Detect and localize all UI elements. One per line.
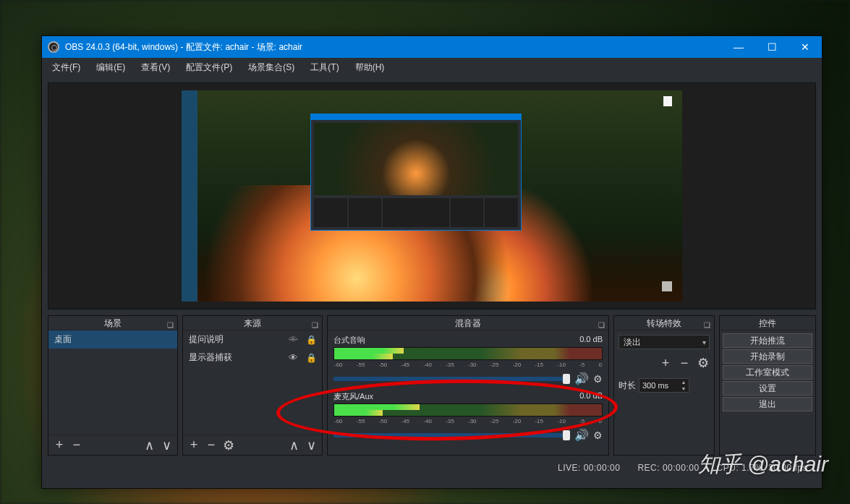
volume-slider[interactable] xyxy=(333,433,570,437)
docks-row: 场景 ❏ 桌面 + − ∧ ∨ 来源 ❏ 提问说明 xyxy=(42,315,822,460)
mixer-panel-title: 混音器 ❏ xyxy=(328,316,608,330)
menu-edit[interactable]: 编辑(E) xyxy=(89,59,132,76)
mixer-channel-db: 0.0 dB xyxy=(579,391,603,402)
transition-select[interactable]: 淡出 ▾ xyxy=(619,335,710,349)
scenes-panel: 场景 ❏ 桌面 + − ∧ ∨ xyxy=(48,315,178,456)
slider-thumb[interactable] xyxy=(563,374,570,384)
tick-label: -30 xyxy=(468,418,477,425)
tick-label: -20 xyxy=(513,362,522,369)
transition-add-button[interactable]: + xyxy=(659,356,672,371)
recursive-obs-window xyxy=(310,114,522,231)
settings-button[interactable]: 设置 xyxy=(723,381,812,396)
tick-label: -40 xyxy=(423,418,432,425)
source-properties-button[interactable]: ⚙ xyxy=(222,437,235,453)
studio-mode-button[interactable]: 工作室模式 xyxy=(723,365,812,380)
close-button[interactable]: ✕ xyxy=(789,36,822,58)
window-title: OBS 24.0.3 (64-bit, windows) - 配置文件: ach… xyxy=(65,41,722,54)
scene-add-button[interactable]: + xyxy=(53,437,66,453)
tick-label: -45 xyxy=(401,362,409,369)
visibility-toggle-icon[interactable]: 👁 xyxy=(289,334,302,345)
status-rec: REC: 00:00:00 xyxy=(637,463,699,473)
duration-spinbox[interactable]: 300 ms ▲ ▼ xyxy=(639,378,689,393)
slider-thumb[interactable] xyxy=(563,430,570,440)
volume-slider[interactable] xyxy=(333,377,570,381)
menu-help[interactable]: 帮助(H) xyxy=(348,59,392,76)
menu-scene-collection[interactable]: 场景集合(S) xyxy=(241,59,302,76)
source-remove-button[interactable]: − xyxy=(205,437,218,453)
exit-button[interactable]: 退出 xyxy=(723,397,812,411)
lock-icon[interactable]: 🔒 xyxy=(306,353,316,363)
source-movedown-button[interactable]: ∨ xyxy=(305,437,318,453)
menu-tools[interactable]: 工具(T) xyxy=(303,59,346,76)
obs-window: OBS 24.0.3 (64-bit, windows) - 配置文件: ach… xyxy=(41,35,823,489)
source-item[interactable]: 提问说明 👁 🔒 xyxy=(183,330,322,349)
transition-properties-button[interactable]: ⚙ xyxy=(697,355,710,371)
controls-panel-title: 控件 xyxy=(720,316,815,330)
source-label: 显示器捕获 xyxy=(189,351,284,364)
maximize-button[interactable]: ☐ xyxy=(755,36,789,58)
duration-value: 300 ms xyxy=(642,381,668,390)
gear-icon[interactable]: ⚙ xyxy=(593,430,603,441)
tick-label: -25 xyxy=(490,418,499,425)
tick-label: -60 xyxy=(334,418,343,425)
meter-scale: -60-55-50-45-40-35-30-25-20-15-10-50 xyxy=(333,418,603,425)
start-streaming-button[interactable]: 开始推流 xyxy=(723,333,812,348)
mixer-channel: 麦克风/Aux 0.0 dB -60-55-50-45-40-35-30-25-… xyxy=(328,387,608,443)
start-recording-button[interactable]: 开始录制 xyxy=(723,349,812,364)
preview-canvas[interactable] xyxy=(48,82,816,309)
tick-label: -35 xyxy=(446,418,454,425)
source-add-button[interactable]: + xyxy=(187,437,200,453)
titlebar[interactable]: OBS 24.0.3 (64-bit, windows) - 配置文件: ach… xyxy=(42,36,822,58)
audio-meter xyxy=(333,347,603,360)
mixer-undock-icon[interactable]: ❏ xyxy=(597,318,605,327)
mixer-panel: 混音器 ❏ 台式音响 0.0 dB -60-55-50-45-40-35-30-… xyxy=(327,315,609,456)
minimize-button[interactable]: — xyxy=(722,36,755,58)
captured-recycle-bin-icon xyxy=(662,281,672,291)
tick-label: -35 xyxy=(446,362,454,369)
obs-app-icon xyxy=(48,41,59,53)
tick-label: -5 xyxy=(579,362,585,369)
scenes-undock-icon[interactable]: ❏ xyxy=(166,318,174,327)
mixer-channel-db: 0.0 dB xyxy=(579,335,603,346)
preview-content xyxy=(182,90,682,302)
scene-item[interactable]: 桌面 xyxy=(48,330,177,349)
speaker-icon[interactable]: 🔊 xyxy=(574,372,589,385)
scene-movedown-button[interactable]: ∨ xyxy=(160,437,173,453)
tick-label: 0 xyxy=(599,362,602,369)
sources-panel: 来源 ❏ 提问说明 👁 🔒 显示器捕获 👁 🔒 + − ⚙ xyxy=(182,315,323,456)
sources-panel-title: 来源 ❏ xyxy=(183,316,322,330)
scene-remove-button[interactable]: − xyxy=(70,437,83,453)
lock-icon[interactable]: 🔒 xyxy=(306,335,316,345)
mixer-channel-name: 台式音响 xyxy=(333,335,365,346)
tick-label: -60 xyxy=(334,362,343,369)
spin-down-icon[interactable]: ▼ xyxy=(679,385,689,392)
speaker-icon[interactable]: 🔊 xyxy=(574,428,589,442)
transitions-panel-title: 转场特效 ❏ xyxy=(614,316,714,330)
scene-moveup-button[interactable]: ∧ xyxy=(143,437,156,453)
tick-label: -40 xyxy=(423,362,432,369)
meter-scale: -60-55-50-45-40-35-30-25-20-15-10-50 xyxy=(333,362,603,369)
mixer-channel-name: 麦克风/Aux xyxy=(333,391,373,402)
tick-label: 0 xyxy=(599,418,602,425)
source-moveup-button[interactable]: ∧ xyxy=(287,437,300,453)
tick-label: -45 xyxy=(401,418,409,425)
tick-label: -50 xyxy=(379,418,388,425)
tick-label: -55 xyxy=(357,362,365,369)
menu-view[interactable]: 查看(V) xyxy=(134,59,177,76)
transition-selected-label: 淡出 xyxy=(624,336,641,349)
spin-up-icon[interactable]: ▲ xyxy=(679,379,689,385)
tick-label: -20 xyxy=(513,418,522,425)
transitions-undock-icon[interactable]: ❏ xyxy=(702,318,711,327)
source-item[interactable]: 显示器捕获 👁 🔒 xyxy=(183,349,322,367)
tick-label: -15 xyxy=(535,418,543,425)
transitions-panel: 转场特效 ❏ 淡出 ▾ + − ⚙ 时长 300 ms xyxy=(613,315,715,456)
controls-panel: 控件 开始推流 开始录制 工作室模式 设置 退出 xyxy=(719,315,816,456)
menu-file[interactable]: 文件(F) xyxy=(45,59,88,76)
menu-profile[interactable]: 配置文件(P) xyxy=(179,59,239,76)
transition-remove-button[interactable]: − xyxy=(678,356,691,371)
visibility-toggle-icon[interactable]: 👁 xyxy=(289,352,302,363)
gear-icon[interactable]: ⚙ xyxy=(593,373,603,385)
tick-label: -25 xyxy=(490,362,499,369)
sources-undock-icon[interactable]: ❏ xyxy=(310,318,319,327)
source-label: 提问说明 xyxy=(189,333,284,346)
